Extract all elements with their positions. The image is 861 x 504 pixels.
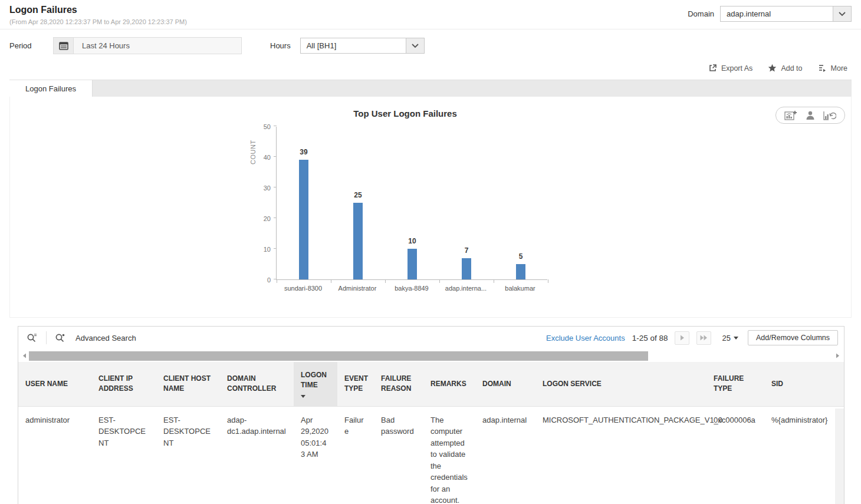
page-size-dropdown[interactable]: 25	[722, 334, 738, 342]
domain-filter: Domain adap.internal	[688, 6, 852, 22]
table-cell: Failure	[337, 406, 374, 504]
page-size-value: 25	[722, 334, 730, 342]
column-header-client-host-name[interactable]: CLIENT HOST NAME	[156, 362, 220, 406]
export-as-button[interactable]: Export As	[708, 64, 753, 73]
bar-chart-plot: COUNT 0102030405039251075	[276, 127, 547, 280]
add-to-label: Add to	[781, 64, 802, 73]
bar-balakumar[interactable]	[516, 264, 525, 279]
add-remove-columns-button[interactable]: Add/Remove Columns	[748, 330, 838, 345]
x-category-label: balakumar	[493, 285, 547, 292]
user-icon[interactable]	[805, 110, 816, 121]
more-button[interactable]: More	[818, 64, 847, 73]
column-header-label: CLIENT IP ADDRESS	[98, 374, 133, 393]
table-cell: adap.internal	[475, 406, 535, 504]
exclude-user-accounts-link[interactable]: Exclude User Accounts	[546, 334, 625, 342]
column-header-event-type[interactable]: EVENT TYPE	[337, 362, 374, 406]
hours-select-value: All [BH1]	[301, 38, 406, 53]
caret-down-icon	[734, 337, 738, 340]
table-cell: MICROSOFT_AUTHENTICATION_PACKAGE_V1_0	[535, 406, 706, 504]
bar-sundari-8300[interactable]	[299, 160, 308, 279]
add-chart-icon[interactable]	[784, 110, 797, 121]
tab-bar: Logon Failures	[9, 80, 852, 97]
bar-adap.interna...[interactable]	[462, 258, 471, 279]
column-header-logon-service[interactable]: LOGON SERVICE	[535, 362, 706, 406]
scrollbar-track[interactable]	[29, 351, 833, 361]
advanced-search-icon[interactable]	[51, 331, 70, 345]
y-tick-label: 20	[253, 215, 271, 222]
x-tick-mark	[331, 279, 331, 283]
chevron-down-icon[interactable]	[833, 6, 851, 21]
y-tick-label: 40	[253, 154, 271, 161]
table-cell: 0xc000006a	[706, 406, 764, 504]
search-icon[interactable]	[23, 331, 41, 345]
table-cell: EST-DESKTOPCENT	[91, 406, 156, 504]
table-cell: Bad password	[374, 406, 423, 504]
period-value: Last 24 Hours	[74, 38, 138, 54]
search-controls: Advanced Search	[23, 331, 136, 345]
period-input[interactable]: Last 24 Hours	[53, 37, 242, 54]
horizontal-scrollbar	[18, 350, 844, 362]
table-cell: administrator	[18, 406, 91, 504]
page-title: Logon Failures	[9, 5, 187, 15]
x-tick-mark	[277, 279, 277, 283]
column-header-sid[interactable]: SID	[764, 362, 844, 406]
chart-toolbar	[775, 107, 845, 124]
y-tick-label: 10	[253, 246, 271, 253]
bar-value-label: 25	[354, 191, 362, 199]
bar-value-label: 10	[408, 237, 416, 245]
column-header-domain-controller[interactable]: DOMAIN CONTROLLER	[220, 362, 294, 406]
column-header-logon-time[interactable]: LOGON TIME	[294, 362, 337, 406]
bar-value-label: 7	[465, 246, 469, 255]
x-tick-mark	[439, 279, 440, 283]
bar-bakya-8849[interactable]	[408, 249, 417, 279]
table-row[interactable]: administratorEST-DESKTOPCENTEST-DESKTOPC…	[18, 406, 844, 504]
column-header-label: LOGON SERVICE	[543, 380, 602, 388]
filter-row: Period Last 24 Hours Hours All [BH1]	[0, 29, 861, 60]
sort-desc-icon[interactable]	[301, 395, 305, 398]
last-page-icon[interactable]	[696, 331, 711, 345]
advanced-search-label[interactable]: Advanced Search	[75, 334, 136, 342]
table-cell: EST-DESKTOPCENT	[156, 406, 220, 504]
refresh-chart-icon[interactable]	[823, 110, 836, 121]
column-header-label: EVENT TYPE	[344, 374, 368, 393]
hours-label: Hours	[270, 41, 291, 50]
scrollbar-thumb[interactable]	[29, 351, 648, 361]
y-tick-mark	[274, 218, 277, 218]
x-category-label: Administrator	[330, 285, 385, 292]
y-tick-mark	[274, 126, 277, 126]
x-tick-mark	[494, 279, 494, 283]
column-header-client-ip-address[interactable]: CLIENT IP ADDRESS	[91, 362, 156, 406]
export-as-label: Export As	[721, 64, 753, 73]
table-header-row: USER NAMECLIENT IP ADDRESSCLIENT HOST NA…	[18, 362, 844, 406]
column-header-label: CLIENT HOST NAME	[163, 374, 211, 393]
next-page-icon[interactable]	[675, 331, 689, 345]
x-category-label: adap.interna...	[439, 285, 493, 292]
period-label: Period	[9, 41, 53, 50]
bar-value-label: 39	[300, 148, 307, 156]
hours-select[interactable]: All [BH1]	[300, 38, 425, 54]
x-tick-mark	[548, 279, 548, 283]
column-header-domain[interactable]: DOMAIN	[475, 362, 535, 406]
chevron-down-icon[interactable]	[406, 38, 424, 53]
add-to-button[interactable]: Add to	[768, 64, 802, 73]
column-header-failure-reason[interactable]: FAILURE REASON	[374, 362, 423, 406]
table-panel: Advanced Search Exclude User Accounts 1-…	[18, 326, 844, 504]
x-category-label: sundari-8300	[276, 285, 330, 292]
scroll-left-icon[interactable]	[20, 353, 29, 358]
bar-Administrator[interactable]	[353, 203, 363, 279]
vertical-scrollbar[interactable]	[835, 409, 844, 504]
scroll-right-icon[interactable]	[833, 353, 842, 358]
column-header-label: SID	[771, 380, 783, 388]
domain-select[interactable]: adap.internal	[720, 6, 852, 22]
column-header-user-name[interactable]: USER NAME	[18, 362, 91, 406]
column-header-remarks[interactable]: REMARKS	[423, 362, 475, 406]
table-cell: The computer attempted to validate the c…	[423, 406, 475, 504]
tab-logon-failures[interactable]: Logon Failures	[9, 80, 93, 97]
column-header-failure-type[interactable]: FAILURE TYPE	[706, 362, 764, 406]
logon-failures-table: USER NAMECLIENT IP ADDRESSCLIENT HOST NA…	[18, 362, 844, 504]
column-header-label: FAILURE TYPE	[714, 374, 744, 393]
title-block: Logon Failures (From Apr 28,2020 12:23:3…	[9, 5, 187, 25]
calendar-icon[interactable]	[54, 38, 74, 54]
pagination-controls: Exclude User Accounts 1-25 of 88 25 Add/…	[546, 330, 838, 345]
column-header-label: DOMAIN CONTROLLER	[227, 374, 276, 393]
